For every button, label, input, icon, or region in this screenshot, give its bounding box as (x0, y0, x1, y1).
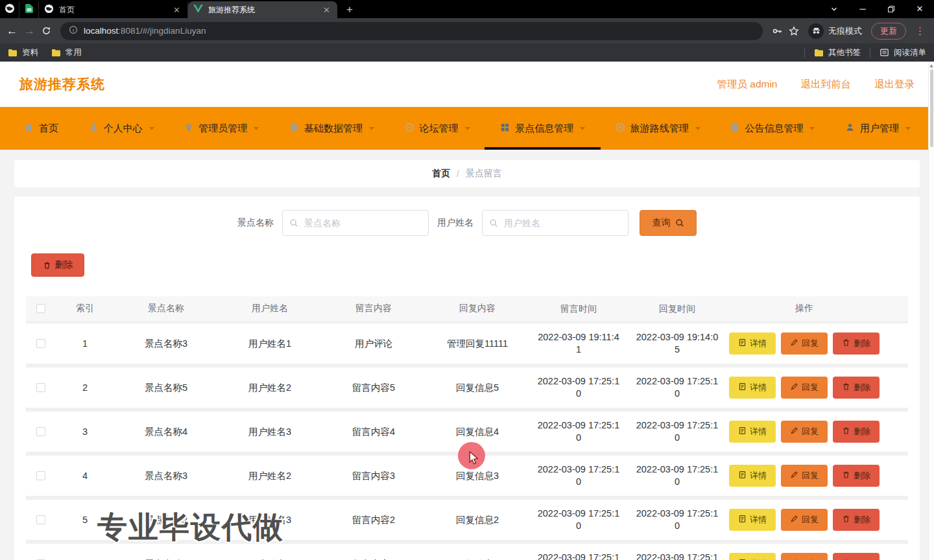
browser-tab-strip: 首页✕旅游推荐系统✕ + ─ ✕ (0, 0, 934, 18)
browser-toolbar: ← → localhost:8081/#/jingdianLiuyan 无痕模式… (0, 18, 934, 43)
logout-link[interactable]: 退出登录 (874, 78, 915, 91)
row-checkbox[interactable] (36, 339, 45, 348)
map-pin-icon (184, 122, 193, 135)
cell-message: 留言内容3 (322, 470, 425, 482)
reply-button[interactable]: 回复 (781, 332, 828, 355)
close-icon[interactable]: ✕ (321, 5, 332, 15)
pinned-tab[interactable] (0, 1, 19, 18)
reply-button[interactable]: 回复 (781, 377, 828, 399)
chevron-down-icon (254, 127, 259, 130)
nav-item-景点信息管理[interactable]: 景点信息管理 (494, 107, 592, 150)
delete-button[interactable]: 删除 (833, 553, 880, 560)
page-scrollbar[interactable] (928, 62, 934, 560)
nav-item-旅游路线管理[interactable]: 旅游路线管理 (609, 107, 707, 150)
nav-item-label: 公告信息管理 (745, 122, 803, 135)
url-bar[interactable]: localhost:8081/#/jingdianLiuyan (60, 22, 763, 40)
column-header: 景点名称 (114, 303, 218, 314)
browser-tab[interactable]: 首页✕ (39, 1, 188, 18)
restore-button[interactable] (877, 0, 905, 18)
bookmark-star-icon[interactable] (789, 26, 799, 36)
refresh-button[interactable] (42, 26, 51, 36)
bookmark-folder[interactable]: 常用 (51, 47, 82, 58)
scenic-name-input[interactable] (282, 210, 429, 236)
reply-button[interactable]: 回复 (781, 465, 828, 487)
detail-button[interactable]: 详情 (729, 421, 776, 443)
query-button[interactable]: 查询 (640, 210, 697, 236)
nav-item-label: 基础数据管理 (304, 122, 363, 135)
reply-button[interactable]: 回复 (781, 509, 828, 531)
cell-reply: 回复信息1 (425, 558, 529, 560)
key-icon[interactable] (772, 26, 782, 36)
delete-button[interactable]: 删除 (833, 332, 880, 355)
row-checkbox[interactable] (36, 427, 45, 436)
delete-button[interactable]: 删除 (833, 377, 880, 399)
close-icon[interactable]: ✕ (171, 5, 182, 15)
detail-button[interactable]: 详情 (729, 377, 776, 399)
column-header: 用户姓名 (218, 303, 322, 314)
nav-item-基础数据管理[interactable]: 基础数据管理 (283, 107, 381, 150)
breadcrumb-home[interactable]: 首页 (432, 168, 450, 180)
browser-tab[interactable]: 旅游推荐系统✕ (188, 1, 337, 18)
nav-item-论坛管理[interactable]: 论坛管理 (398, 107, 477, 150)
folder-icon (8, 49, 18, 57)
cell-message: 留言内容1 (322, 558, 425, 560)
url-text: localhost:8081/#/jingdianLiuyan (84, 26, 206, 36)
chevron-down-icon[interactable] (820, 0, 848, 18)
doc-icon (738, 382, 747, 393)
search-icon (489, 218, 498, 228)
delete-button[interactable]: 删除 (833, 465, 880, 487)
nav-item-用户管理[interactable]: 用户管理 (839, 107, 917, 150)
row-checkbox[interactable] (36, 471, 45, 480)
delete-button[interactable]: 删除 (833, 421, 880, 443)
nav-item-首页[interactable]: 首页 (17, 107, 65, 150)
admin-user-link[interactable]: 管理员 admin (717, 78, 777, 91)
scrollbar-thumb[interactable] (930, 69, 933, 147)
scroll-up-icon[interactable] (929, 64, 933, 67)
forward-button[interactable]: → (24, 25, 35, 38)
delete-button[interactable]: 删除 (833, 509, 880, 531)
close-window-button[interactable]: ✕ (905, 0, 934, 18)
bookmark-folder[interactable]: 资料 (8, 47, 38, 58)
user-name-input[interactable] (482, 210, 629, 236)
nav-item-公告信息管理[interactable]: 公告信息管理 (724, 107, 821, 150)
cell-message-time: 2022-03-09 17:25:10 (529, 552, 628, 560)
detail-button[interactable]: 详情 (729, 465, 776, 487)
reading-list[interactable]: 阅读清单 (880, 47, 926, 58)
update-button[interactable]: 更新 (871, 23, 906, 40)
trash-icon (842, 471, 850, 481)
cell-message: 留言内容2 (322, 514, 425, 526)
column-header: 回复内容 (425, 303, 529, 314)
row-checkbox[interactable] (36, 383, 45, 392)
bulk-delete-button[interactable]: 删除 (31, 253, 84, 277)
select-all-checkbox[interactable] (36, 304, 45, 313)
minimize-button[interactable]: ─ (848, 0, 877, 18)
pinned-tab[interactable] (19, 1, 39, 18)
home-icon (23, 122, 34, 135)
row-checkbox[interactable] (36, 515, 45, 524)
cell-message-time: 2022-03-09 17:25:10 (529, 508, 628, 532)
detail-button[interactable]: 详情 (729, 553, 776, 560)
nav-item-个人中心[interactable]: 个人中心 (82, 107, 161, 150)
nav-item-管理员管理[interactable]: 管理员管理 (178, 107, 265, 150)
nav-item-label: 管理员管理 (198, 122, 247, 135)
other-bookmarks[interactable]: 其他书签 (814, 47, 861, 58)
back-button[interactable]: ← (6, 25, 18, 38)
column-header: 索引 (56, 303, 114, 314)
cell-scenic-name: 景点名称5 (114, 382, 218, 394)
pen-icon (790, 471, 798, 481)
new-tab-button[interactable]: + (337, 1, 362, 18)
cell-message-time: 2022-03-09 17:25:10 (529, 419, 628, 444)
nav-item-label: 首页 (39, 122, 58, 135)
reply-button[interactable]: 回复 (781, 553, 828, 560)
detail-button[interactable]: 详情 (729, 332, 776, 355)
detail-button[interactable]: 详情 (729, 509, 776, 531)
menu-kebab-icon[interactable]: ⋮ (913, 25, 928, 37)
reply-button[interactable]: 回复 (781, 421, 828, 443)
column-header: 回复时间 (628, 303, 726, 315)
cell-scenic-name: 景点名称4 (114, 426, 218, 438)
chevron-down-icon (465, 127, 470, 130)
info-icon[interactable] (69, 25, 78, 37)
cell-reply: 回复信息5 (425, 382, 529, 394)
exit-to-front-link[interactable]: 退出到前台 (801, 78, 852, 91)
cell-index: 1 (56, 338, 114, 349)
